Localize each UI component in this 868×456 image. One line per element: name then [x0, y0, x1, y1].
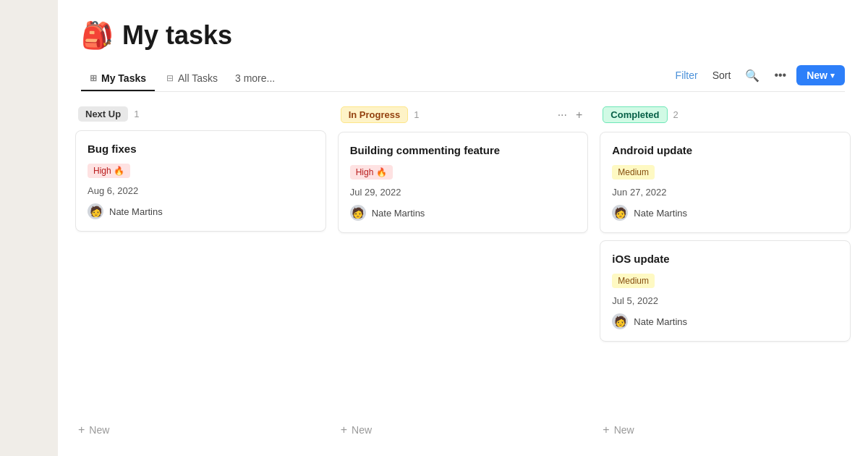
card-date: Jul 5, 2022	[612, 295, 838, 306]
plus-icon: +	[78, 424, 85, 436]
add-new-label: New	[89, 424, 109, 436]
tabs-toolbar: ⊞ My Tasks ⊟ All Tasks 3 more... Filter …	[81, 65, 845, 92]
column-in-progress: In Progress1···+Building commenting feat…	[338, 106, 589, 442]
page-title: My tasks	[122, 20, 232, 51]
card-assignee: 🧑Nate Martins	[612, 205, 838, 221]
new-task-button[interactable]: New ▾	[796, 65, 845, 85]
board: Next Up1Bug fixesHigh 🔥Aug 6, 2022🧑Nate …	[58, 92, 868, 456]
priority-badge: High 🔥	[350, 165, 393, 180]
assignee-name: Nate Martins	[109, 206, 163, 217]
column-header-in-progress: In Progress1···+	[338, 106, 589, 123]
tab-more[interactable]: 3 more...	[229, 67, 281, 91]
add-new-completed[interactable]: +New	[600, 418, 637, 442]
column-title-completed: Completed	[603, 106, 667, 123]
card-assignee: 🧑Nate Martins	[88, 203, 314, 219]
priority-badge: Medium	[612, 165, 655, 180]
column-add-btn-in-progress[interactable]: +	[573, 107, 585, 123]
add-new-label: New	[614, 424, 634, 436]
avatar: 🧑	[612, 205, 628, 221]
avatar: 🧑	[88, 203, 103, 219]
column-count-completed: 2	[673, 109, 678, 120]
tab-all-tasks-label: All Tasks	[178, 72, 218, 84]
new-task-label: New	[807, 69, 827, 81]
add-new-in-progress[interactable]: +New	[338, 418, 375, 442]
priority-badge: Medium	[612, 274, 655, 288]
column-next-up: Next Up1Bug fixesHigh 🔥Aug 6, 2022🧑Nate …	[75, 106, 326, 442]
priority-badge: High 🔥	[88, 164, 130, 178]
plus-icon: +	[341, 424, 347, 436]
cards-completed: Android updateMediumJun 27, 2022🧑Nate Ma…	[600, 132, 851, 415]
column-header-completed: Completed2	[600, 106, 851, 123]
new-btn-chevron-icon: ▾	[830, 71, 835, 80]
card-title: Building commenting feature	[350, 144, 576, 156]
cards-in-progress: Building commenting featureHigh 🔥Jul 29,…	[338, 132, 589, 415]
column-completed: Completed2Android updateMediumJun 27, 20…	[600, 106, 851, 442]
sort-button[interactable]: Sort	[708, 67, 736, 84]
assignee-name: Nate Martins	[372, 208, 425, 219]
cards-next-up: Bug fixesHigh 🔥Aug 6, 2022🧑Nate Martins	[75, 130, 326, 415]
assignee-name: Nate Martins	[634, 208, 687, 219]
plus-icon: +	[603, 424, 609, 436]
card-assignee: 🧑Nate Martins	[350, 205, 576, 221]
page-header: 🎒 My tasks ⊞ My Tasks ⊟ All Tasks 3 more…	[58, 0, 868, 92]
card-date: Aug 6, 2022	[88, 185, 314, 196]
task-card[interactable]: Android updateMediumJun 27, 2022🧑Nate Ma…	[600, 132, 851, 233]
card-assignee: 🧑Nate Martins	[612, 313, 838, 329]
tab-all-tasks[interactable]: ⊟ All Tasks	[158, 67, 226, 91]
avatar: 🧑	[612, 313, 628, 329]
card-title: Android update	[612, 144, 838, 156]
add-new-next-up[interactable]: +New	[75, 418, 112, 442]
task-card[interactable]: iOS updateMediumJul 5, 2022🧑Nate Martins	[600, 240, 851, 342]
task-card[interactable]: Bug fixesHigh 🔥Aug 6, 2022🧑Nate Martins	[75, 130, 326, 232]
title-row: 🎒 My tasks	[81, 20, 845, 51]
search-button[interactable]: 🔍	[741, 66, 764, 85]
tab-my-tasks[interactable]: ⊞ My Tasks	[81, 67, 155, 91]
tabs-list: ⊞ My Tasks ⊟ All Tasks 3 more...	[81, 66, 671, 90]
sidebar	[0, 0, 58, 456]
more-options-button[interactable]: •••	[770, 66, 791, 85]
column-title-in-progress: In Progress	[341, 106, 409, 123]
card-title: Bug fixes	[88, 143, 314, 155]
assignee-name: Nate Martins	[634, 316, 687, 327]
page-emoji: 🎒	[81, 20, 114, 51]
column-title-next-up: Next Up	[78, 106, 128, 122]
tab-all-tasks-icon: ⊟	[166, 73, 174, 83]
column-header-next-up: Next Up1	[75, 106, 326, 122]
card-title: iOS update	[612, 253, 838, 265]
column-more-btn-in-progress[interactable]: ···	[555, 107, 570, 123]
avatar: 🧑	[350, 205, 366, 221]
tab-my-tasks-label: My Tasks	[101, 72, 146, 84]
toolbar-right: Filter Sort 🔍 ••• New ▾	[671, 65, 845, 91]
card-date: Jun 27, 2022	[612, 187, 838, 198]
column-count-in-progress: 1	[414, 109, 419, 120]
column-count-next-up: 1	[134, 109, 139, 119]
card-date: Jul 29, 2022	[350, 187, 576, 198]
filter-button[interactable]: Filter	[671, 67, 702, 84]
tab-my-tasks-icon: ⊞	[90, 73, 97, 83]
tab-more-label: 3 more...	[235, 72, 275, 84]
task-card[interactable]: Building commenting featureHigh 🔥Jul 29,…	[338, 132, 589, 233]
main-content: 🎒 My tasks ⊞ My Tasks ⊟ All Tasks 3 more…	[58, 0, 868, 456]
column-actions-in-progress: ···+	[555, 107, 586, 123]
add-new-label: New	[352, 424, 372, 436]
